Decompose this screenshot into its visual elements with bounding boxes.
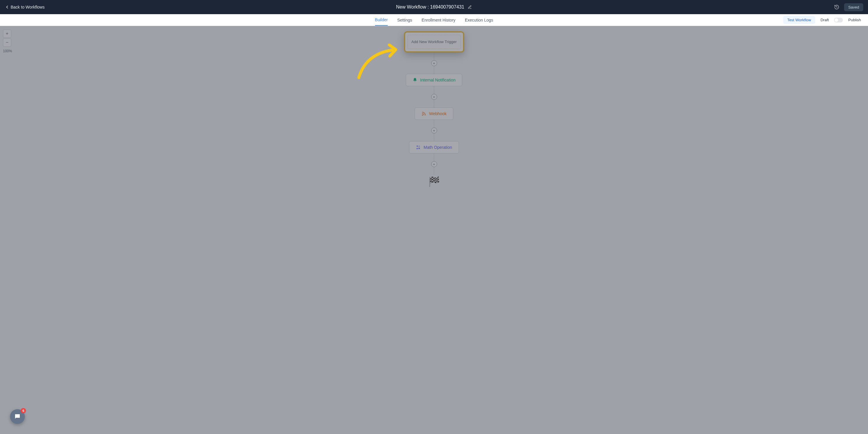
chat-icon xyxy=(14,413,21,420)
tabs-center: Builder Settings Enrollment History Exec… xyxy=(375,14,493,26)
workflow-flow: Add New Workflow Trigger + Internal Noti… xyxy=(404,31,464,187)
workflow-title-wrap: New Workflow : 1694007907431 xyxy=(396,4,472,10)
zoom-level-label: 100% xyxy=(3,49,12,53)
step-math-operation[interactable]: Math Operation xyxy=(409,141,459,154)
svg-point-2 xyxy=(422,115,423,116)
pencil-icon[interactable] xyxy=(468,5,472,9)
workflow-title: New Workflow : 1694007907431 xyxy=(396,4,464,10)
top-bar: Back to Workflows New Workflow : 1694007… xyxy=(0,0,868,14)
add-trigger-button[interactable]: Add New Workflow Trigger xyxy=(408,35,461,49)
publish-label: Publish xyxy=(848,18,861,22)
step-label: Internal Notification xyxy=(420,78,456,82)
add-step-button[interactable]: + xyxy=(431,60,437,66)
tabbar-right: Test Workflow Draft Publish xyxy=(783,16,868,24)
chat-badge: 6 xyxy=(21,408,26,413)
annotation-arrow-icon xyxy=(358,44,405,79)
workflow-canvas[interactable]: + − 100% Add New Workflow Trigger + Inte… xyxy=(0,26,868,434)
step-label: Webhook xyxy=(429,111,446,116)
finish-flag-icon: 🏁 xyxy=(427,176,441,187)
publish-toggle[interactable] xyxy=(834,18,843,23)
chat-button[interactable]: 6 xyxy=(10,409,25,424)
bell-icon xyxy=(412,78,417,82)
draft-label: Draft xyxy=(820,18,829,22)
tab-execution-logs[interactable]: Execution Logs xyxy=(465,14,493,26)
rss-icon xyxy=(422,111,426,116)
tab-bar: Builder Settings Enrollment History Exec… xyxy=(0,14,868,26)
back-to-workflows-button[interactable]: Back to Workflows xyxy=(5,5,44,9)
tab-enrollment-history[interactable]: Enrollment History xyxy=(422,14,456,26)
zoom-in-button[interactable]: + xyxy=(3,30,11,38)
tab-builder[interactable]: Builder xyxy=(375,14,388,26)
zoom-controls: + − 100% xyxy=(3,30,12,53)
history-icon[interactable] xyxy=(834,4,839,10)
svg-line-1 xyxy=(837,7,837,8)
zoom-out-button[interactable]: − xyxy=(3,38,11,46)
saved-button[interactable]: Saved xyxy=(844,3,863,11)
chevron-left-icon xyxy=(5,5,9,9)
tab-settings[interactable]: Settings xyxy=(397,14,412,26)
add-step-button[interactable]: + xyxy=(431,128,437,133)
math-icon xyxy=(416,145,421,150)
add-step-button[interactable]: + xyxy=(431,161,437,167)
trigger-highlight-frame: Add New Workflow Trigger xyxy=(404,31,464,53)
step-webhook[interactable]: Webhook xyxy=(415,107,453,120)
topbar-right: Saved xyxy=(834,3,863,11)
chat-widget: 6 xyxy=(10,409,25,424)
back-label: Back to Workflows xyxy=(11,5,44,9)
step-internal-notification[interactable]: Internal Notification xyxy=(406,74,463,86)
test-workflow-button[interactable]: Test Workflow xyxy=(783,16,815,24)
add-step-button[interactable]: + xyxy=(431,94,437,100)
step-label: Math Operation xyxy=(424,145,452,150)
